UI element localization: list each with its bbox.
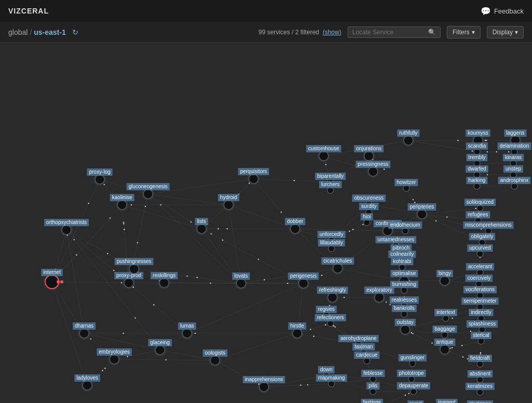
- service-count-show[interactable]: (show): [323, 29, 341, 36]
- top-bar: VIZCERAL 💬 Feedback: [0, 0, 532, 22]
- search-container: 🔍: [348, 27, 441, 38]
- display-button[interactable]: Display ▾: [487, 26, 524, 38]
- nav-right: 99 services / 2 filtered (show) 🔍 Filter…: [259, 26, 524, 38]
- breadcrumb-separator: /: [30, 28, 32, 36]
- refresh-icon[interactable]: ↻: [72, 28, 78, 36]
- filters-chevron-icon: ▾: [472, 29, 475, 36]
- breadcrumb: global / us-east-1 ↻: [8, 28, 78, 36]
- network-canvas: [0, 43, 532, 403]
- breadcrumb-global[interactable]: global: [8, 28, 28, 36]
- feedback-label: Feedback: [494, 7, 524, 15]
- search-icon: 🔍: [428, 29, 436, 36]
- speech-icon: 💬: [481, 6, 491, 16]
- filters-label: Filters: [453, 29, 470, 36]
- service-count-text: 99 services / 2 filtered: [259, 29, 320, 36]
- filters-button[interactable]: Filters ▾: [447, 26, 481, 38]
- locate-service-input[interactable]: [352, 29, 425, 36]
- app-title: VIZCERAL: [8, 7, 49, 15]
- service-count: 99 services / 2 filtered (show): [259, 29, 341, 36]
- breadcrumb-region[interactable]: us-east-1: [34, 28, 65, 36]
- display-chevron-icon: ▾: [515, 29, 518, 36]
- display-label: Display: [493, 29, 513, 36]
- nav-bar: global / us-east-1 ↻ 99 services / 2 fil…: [0, 22, 532, 43]
- feedback-button[interactable]: 💬 Feedback: [481, 6, 524, 16]
- canvas-area: [0, 43, 532, 403]
